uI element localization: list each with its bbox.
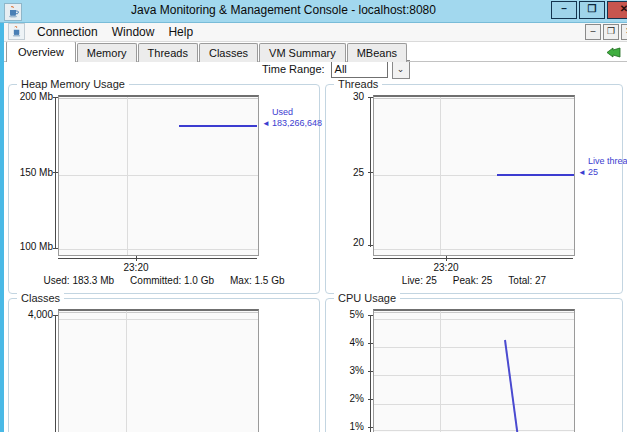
menu-connection[interactable]: Connection xyxy=(30,24,105,40)
connection-status-icon xyxy=(606,45,621,63)
y-axis xyxy=(55,97,56,249)
y-axis xyxy=(370,315,371,432)
series-name: Live threads xyxy=(588,156,627,167)
time-range-control: Time Range: All ⌄ xyxy=(262,60,410,78)
y-tick-label: 4,000 xyxy=(11,309,53,320)
y-tick-label: 3% xyxy=(326,365,364,376)
threads-status-line: Live: 25Peak: 25Total: 27 xyxy=(326,275,622,286)
threads-panel: Threads 30 25 20 ◄ Live threads 25 23:20… xyxy=(325,84,623,294)
y-tick-label: 5% xyxy=(326,309,364,320)
y-tick-label: 30 xyxy=(326,91,364,102)
chart-plot-area xyxy=(58,95,259,256)
minimize-button[interactable]: – xyxy=(551,1,577,19)
title-bar: Java Monitoring & Management Console - l… xyxy=(0,0,627,23)
heap-memory-usage-panel: Heap Memory Usage 200 Mb 150 Mb 100 Mb ◄… xyxy=(8,84,320,294)
mdi-restore-button[interactable]: ❐ xyxy=(603,24,619,40)
tab-mbeans[interactable]: MBeans xyxy=(347,43,407,62)
x-tick-label: 23:20 xyxy=(416,262,476,273)
panel-title: CPU Usage xyxy=(334,292,400,304)
tab-bar: Overview Memory Threads Classes VM Summa… xyxy=(4,41,627,62)
chart-plot-area xyxy=(373,309,575,432)
panel-title: Heap Memory Usage xyxy=(17,78,129,90)
x-axis xyxy=(373,258,573,259)
maximize-button[interactable]: ❐ xyxy=(579,1,605,19)
live-threads-series-line xyxy=(497,174,574,176)
y-tick-label: 150 Mb xyxy=(11,167,53,178)
y-tick-label: 100 Mb xyxy=(11,241,53,252)
plot-top-shadow xyxy=(59,98,258,99)
horizontal-gridline xyxy=(59,249,258,250)
panel-title: Threads xyxy=(334,78,382,90)
series-value: 183,266,648 xyxy=(272,118,322,129)
plot-top-shadow xyxy=(59,312,258,313)
vertical-gridline xyxy=(126,311,127,432)
horizontal-gridline xyxy=(374,249,574,250)
heap-status-line: Used: 183.3 MbCommitted: 1.0 GbMax: 1.5 … xyxy=(9,275,319,286)
y-tick-label: 2% xyxy=(326,393,364,404)
y-tick-label: 1% xyxy=(326,421,364,432)
tab-threads[interactable]: Threads xyxy=(138,43,198,62)
chart-plot-area xyxy=(58,309,259,432)
cpu-series-line xyxy=(374,311,574,432)
time-range-select[interactable]: All xyxy=(331,61,388,78)
vertical-gridline xyxy=(127,97,128,255)
series-value: 25 xyxy=(588,167,627,178)
mdi-close-button[interactable]: ✕ xyxy=(621,24,627,40)
heap-committed-stat: Committed: 1.0 Gb xyxy=(130,275,214,286)
classes-panel: Classes 4,000 xyxy=(8,298,320,432)
horizontal-gridline xyxy=(59,319,258,320)
tab-vm-summary[interactable]: VM Summary xyxy=(259,43,346,62)
y-tick-label: 200 Mb xyxy=(11,91,53,102)
chevron-down-icon[interactable]: ⌄ xyxy=(392,60,410,79)
vertical-gridline xyxy=(440,97,441,255)
heap-max-stat: Max: 1.5 Gb xyxy=(230,275,284,286)
threads-peak-stat: Peak: 25 xyxy=(453,275,492,286)
heap-used-stat: Used: 183.3 Mb xyxy=(44,275,115,286)
time-range-label: Time Range: xyxy=(262,63,325,75)
threads-live-stat: Live: 25 xyxy=(402,275,437,286)
x-axis-tick xyxy=(446,256,447,261)
series-label: Live threads 25 xyxy=(588,156,627,178)
plot-top-shadow xyxy=(374,98,574,99)
horizontal-gridline xyxy=(59,175,258,176)
tab-classes[interactable]: Classes xyxy=(199,43,258,62)
series-label: Used 183,266,648 xyxy=(272,107,322,129)
series-marker-icon: ◄ xyxy=(578,169,586,177)
close-button[interactable]: ✕ xyxy=(607,1,627,19)
panel-title: Classes xyxy=(17,292,64,304)
x-axis xyxy=(58,258,257,259)
series-marker-icon: ◄ xyxy=(262,120,270,128)
threads-total-stat: Total: 27 xyxy=(508,275,546,286)
menu-bar: Connection Window Help – ❐ ✕ xyxy=(4,22,627,42)
x-tick-label: 23:20 xyxy=(106,262,166,273)
mdi-minimize-button[interactable]: – xyxy=(585,24,601,40)
menu-help[interactable]: Help xyxy=(161,24,200,40)
y-tick-label: 20 xyxy=(326,237,364,248)
menu-window[interactable]: Window xyxy=(105,24,162,40)
y-tick-label: 25 xyxy=(326,167,364,178)
window-title: Java Monitoring & Management Console - l… xyxy=(0,3,567,17)
java-cup-icon xyxy=(12,26,22,37)
x-axis-tick xyxy=(136,256,137,261)
java-icon xyxy=(8,23,25,40)
used-heap-series-line xyxy=(179,125,257,127)
tab-memory[interactable]: Memory xyxy=(77,43,137,62)
window-frame-border xyxy=(0,22,4,432)
cpu-usage-panel: CPU Usage 5% 4% 3% 2% 1% xyxy=(325,298,623,432)
series-name: Used xyxy=(272,107,322,118)
jconsole-window: { "window": { "title": "Java Monitoring … xyxy=(0,0,627,432)
chart-plot-area xyxy=(373,95,575,256)
y-tick-label: 4% xyxy=(326,337,364,348)
y-axis xyxy=(55,315,56,432)
tab-overview[interactable]: Overview xyxy=(6,41,76,62)
